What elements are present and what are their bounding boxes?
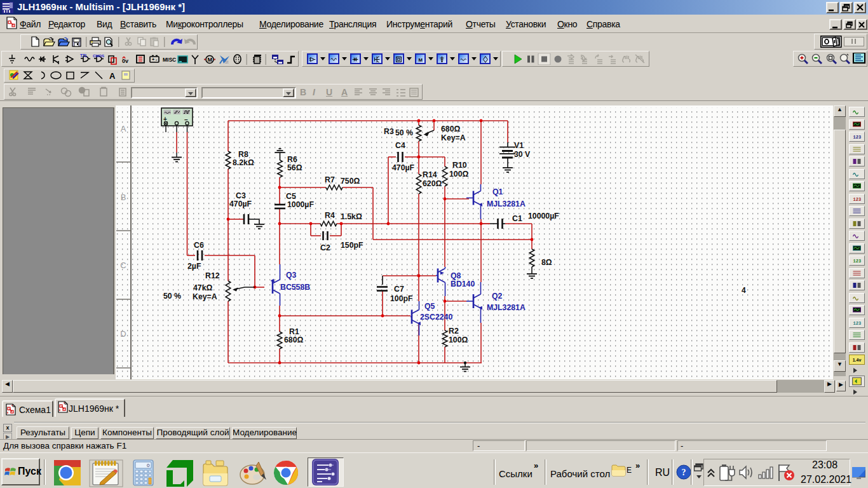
svg-text:Q2: Q2 [492,292,503,301]
svg-text:TTL: TTL [80,53,88,58]
svg-text:R6: R6 [287,155,297,164]
svg-text:30 V: 30 V [514,150,531,159]
svg-text:47kΩ: 47kΩ [193,283,213,292]
svg-text:MJL3281A: MJL3281A [487,200,526,208]
svg-text:C2: C2 [320,243,330,252]
svg-text:M: M [208,57,213,63]
svg-text:56Ω: 56Ω [287,163,302,172]
svg-text:2µF: 2µF [187,262,201,271]
svg-text:50 %: 50 % [395,128,413,137]
svg-text:470µF: 470µF [229,200,252,208]
svg-text:620Ω: 620Ω [423,179,442,188]
svg-text:Q3: Q3 [286,271,297,280]
svg-text:100Ω: 100Ω [449,336,468,344]
svg-text:R2: R2 [449,327,459,336]
svg-text:R4: R4 [325,211,335,220]
svg-text:1000µF: 1000µF [287,200,314,209]
svg-text:BD140: BD140 [451,280,475,288]
svg-text:123: 123 [853,321,862,326]
svg-text:R8: R8 [238,150,248,159]
svg-text:D: D [120,329,126,339]
svg-text:C7: C7 [394,285,404,294]
svg-text:R1: R1 [289,327,299,336]
svg-text:123: 123 [853,259,862,264]
svg-text:C1: C1 [512,214,522,223]
svg-text:M: M [418,57,423,62]
svg-text:C3: C3 [236,191,246,200]
svg-text:Q8: Q8 [451,271,461,280]
svg-text:C6: C6 [194,241,204,250]
svg-text:0v: 0v [122,58,128,64]
svg-text:50 %: 50 % [163,292,181,301]
svg-text:V1: V1 [514,141,524,150]
svg-text:4: 4 [742,286,746,295]
svg-text:R7: R7 [325,175,335,184]
svg-text:?: ? [682,468,686,477]
svg-text:8.2kΩ: 8.2kΩ [233,158,254,167]
svg-text:123: 123 [853,197,862,202]
svg-text:+ -: + - [152,57,158,62]
svg-text:Q1: Q1 [492,187,503,196]
svg-text:st: st [225,60,229,64]
svg-text:C: C [120,261,126,270]
svg-text:680Ω: 680Ω [284,336,304,344]
svg-text:BC558B: BC558B [280,283,310,292]
svg-text:CMOS: CMOS [93,54,104,58]
svg-text:A: A [109,71,116,81]
svg-text:B: B [121,193,126,202]
svg-text:C5: C5 [286,192,296,201]
svg-text:100pF: 100pF [390,294,413,303]
svg-text:150pF: 150pF [341,241,363,250]
svg-text:R10: R10 [452,161,467,170]
svg-text:680Ω: 680Ω [441,125,461,133]
svg-text:MJL3281A: MJL3281A [487,303,526,312]
svg-text:10000µF: 10000µF [528,212,559,220]
svg-text:0: 0 [147,463,150,468]
svg-text:R12: R12 [205,271,220,280]
svg-text:R3: R3 [384,127,394,136]
svg-text:8Ω: 8Ω [541,258,552,267]
svg-text:R14: R14 [423,170,437,179]
svg-text:A: A [121,124,126,133]
svg-text:470µF: 470µF [392,163,415,172]
svg-text:MISC: MISC [163,57,176,63]
svg-text:2SC2240: 2SC2240 [420,313,452,322]
svg-text:100Ω: 100Ω [449,170,469,179]
svg-text:Q5: Q5 [424,302,435,311]
svg-text:Key=A: Key=A [441,133,466,142]
svg-text:1.5kΩ: 1.5kΩ [341,212,362,221]
svg-text:123: 123 [853,135,862,140]
svg-text:C4: C4 [395,141,405,150]
svg-text:Key=A: Key=A [193,292,217,301]
svg-text:750Ω: 750Ω [341,177,360,186]
